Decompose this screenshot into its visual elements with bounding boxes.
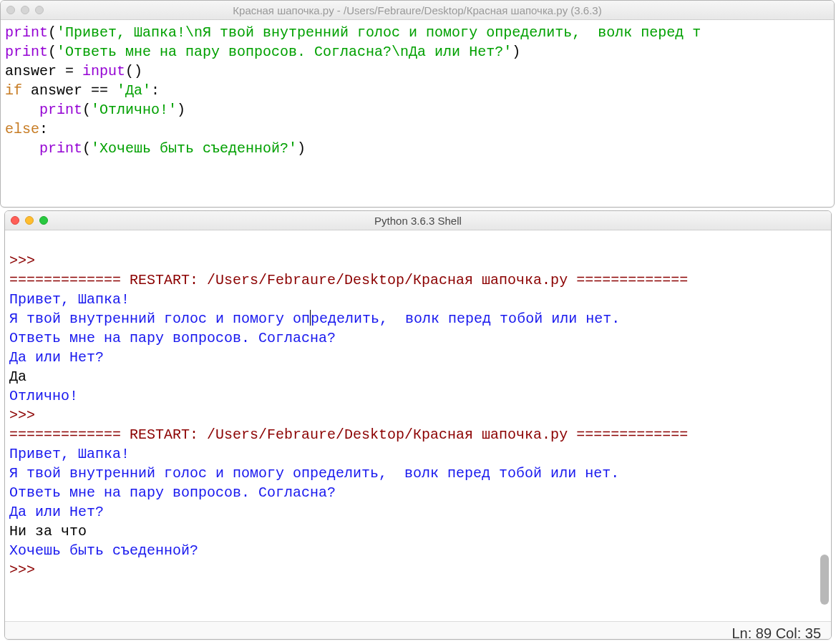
shell-restart: ============= RESTART: /Users/Febraure/D… (9, 272, 688, 288)
code-token: print (5, 44, 48, 60)
code-token: 'Отлично!' (91, 102, 177, 118)
shell-statusbar: Ln: 89 Col: 35 (5, 621, 831, 640)
shell-output[interactable]: Хочешь быть съеденной? >>> =============… (5, 230, 831, 621)
code-token: ) (512, 44, 520, 60)
code-token: answer = (5, 63, 82, 79)
editor-title: Красная шапочка.py - /Users/Febraure/Des… (1, 4, 834, 16)
minimize-icon[interactable] (25, 216, 34, 225)
zoom-icon[interactable] (35, 6, 44, 14)
shell-user-input: Да (9, 369, 26, 385)
editor-titlebar[interactable]: Красная шапочка.py - /Users/Febraure/Des… (1, 1, 834, 20)
code-token (5, 102, 39, 118)
shell-text: Привет, Шапка! (9, 446, 130, 462)
code-token: ( (82, 102, 91, 118)
close-icon[interactable] (6, 6, 15, 14)
code-token: ( (48, 24, 57, 41)
window-controls (6, 6, 44, 14)
shell-text: Да или Нет? (9, 504, 104, 520)
code-token (5, 140, 39, 157)
code-token: ( (82, 140, 91, 157)
code-token: ) (297, 140, 306, 157)
cursor-position: Ln: 89 Col: 35 (732, 625, 821, 640)
code-token: input (82, 63, 125, 79)
shell-text: Да или Нет? (9, 349, 104, 366)
shell-text: ределить, волк перед тобой или нет. (311, 311, 620, 327)
code-token: print (39, 102, 82, 118)
code-token: if (5, 82, 22, 99)
code-token: 'Да' (117, 82, 151, 99)
shell-text: Привет, Шапка! (9, 291, 130, 308)
scrollbar-thumb[interactable] (820, 555, 829, 605)
code-token: : (151, 82, 160, 99)
shell-titlebar[interactable]: Python 3.6.3 Shell (5, 211, 831, 230)
editor-window: Красная шапочка.py - /Users/Febraure/Des… (0, 0, 835, 208)
shell-text: Я твой внутренний голос и помогу оп (9, 311, 310, 327)
code-token: ) (177, 102, 185, 118)
shell-text: Ответь мне на пару вопросов. Согласна? (9, 484, 336, 501)
code-token: 'Хочешь быть съеденной?' (91, 140, 297, 157)
window-controls (11, 216, 48, 225)
code-token: answer == (22, 82, 117, 99)
shell-text: Ответь мне на пару вопросов. Согласна? (9, 330, 336, 346)
code-token: print (5, 24, 48, 41)
zoom-icon[interactable] (39, 216, 48, 225)
shell-prompt: >>> (9, 407, 44, 424)
code-token: () (125, 63, 142, 79)
shell-text: Хочешь быть съеденной? (9, 542, 198, 559)
code-editor[interactable]: print('Привет, Шапка!\nЯ твой внутренний… (1, 20, 834, 164)
code-token: 'Ответь мне на пару вопросов. Согласна?\… (57, 44, 512, 60)
shell-restart: ============= RESTART: /Users/Febraure/D… (9, 426, 688, 443)
shell-text: Отлично! (9, 388, 78, 404)
shell-prompt: >>> (9, 562, 44, 578)
shell-window: Python 3.6.3 Shell Хочешь быть съеденной… (4, 210, 832, 640)
code-token: ( (48, 44, 57, 60)
minimize-icon[interactable] (21, 6, 29, 14)
code-token: else (5, 121, 39, 137)
close-icon[interactable] (11, 216, 19, 225)
shell-user-input: Ни за что (9, 523, 87, 540)
code-token: print (39, 140, 82, 157)
code-token: 'Привет, Шапка!\nЯ твой внутренний голос… (57, 24, 701, 41)
code-token: : (39, 121, 48, 137)
shell-title: Python 3.6.3 Shell (5, 215, 831, 227)
shell-prompt: >>> (9, 253, 44, 269)
shell-text: Я твой внутренний голос и помогу определ… (9, 465, 619, 482)
